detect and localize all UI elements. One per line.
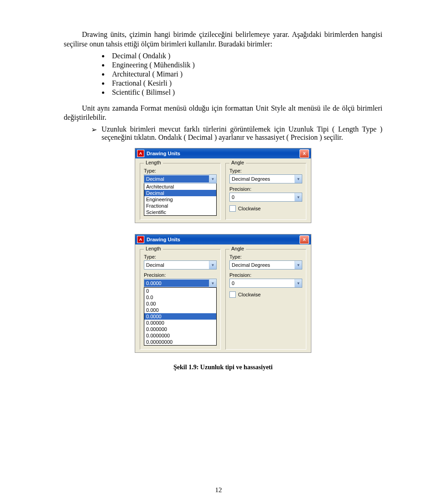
clockwise-label: Clockwise <box>238 206 261 211</box>
length-type-label: Type: <box>144 168 217 173</box>
bullet-fractional: Fractional ( Kesirli ) <box>109 79 382 87</box>
dialog-app-icon: A <box>137 236 144 243</box>
dialog-titlebar[interactable]: A Drawing Units X <box>135 234 311 244</box>
dialog-body: Length Type: Decimal ▼ Precision: 0.0000… <box>135 244 311 352</box>
clockwise-row[interactable]: Clockwise <box>229 205 302 212</box>
clockwise-checkbox[interactable] <box>229 291 236 298</box>
length-group: Length Type: Decimal ▼ Architectural Dec… <box>140 163 221 220</box>
groups-row: Length Type: Decimal ▼ Precision: 0.0000… <box>140 249 306 350</box>
bullet-engineering: Engineering ( Mühendislik ) <box>109 61 382 69</box>
length-type-label: Type: <box>144 254 217 260</box>
titlebar-left: A Drawing Units <box>137 236 180 243</box>
chevron-down-icon[interactable]: ▼ <box>295 175 302 183</box>
figure-caption: Şekil 1.9: Uzunluk tipi ve hassasiyeti <box>64 364 382 371</box>
precision-option-2[interactable]: 0.00 <box>144 300 216 307</box>
angle-type-label: Type: <box>229 254 302 260</box>
titlebar-left: A Drawing Units <box>137 150 180 157</box>
dialog-body: Length Type: Decimal ▼ Architectural Dec… <box>135 158 311 223</box>
dialog-title: Drawing Units <box>147 151 180 156</box>
precision-option-8[interactable]: 0.00000000 <box>144 339 216 345</box>
chevron-down-icon[interactable]: ▼ <box>209 175 216 183</box>
type-option-engineering[interactable]: Engineering <box>144 196 216 203</box>
chevron-down-icon[interactable]: ▼ <box>295 279 302 287</box>
page-number: 12 <box>0 486 437 494</box>
length-group-label: Length <box>144 160 163 165</box>
drawing-units-dialog-type: A Drawing Units X Length Type: Decimal ▼… <box>135 148 311 223</box>
dialog-titlebar[interactable]: A Drawing Units X <box>135 148 311 158</box>
angle-group: Angle Type: Decimal Degrees ▼ Precision:… <box>225 163 306 220</box>
angle-precision-select[interactable]: 0 ▼ <box>229 279 302 288</box>
page: Drawing ünits, çizimin hangi birimde çiz… <box>0 0 437 504</box>
angle-type-value: Decimal Degrees <box>230 262 295 268</box>
angle-precision-select[interactable]: 0 ▼ <box>229 193 302 202</box>
length-group-label: Length <box>144 246 163 251</box>
intro-paragraph: Drawing ünits, çizimin hangi birimde çiz… <box>64 30 382 49</box>
angle-type-select[interactable]: Decimal Degrees ▼ <box>229 260 302 270</box>
precision-option-7[interactable]: 0.0000000 <box>144 332 216 339</box>
clockwise-checkbox[interactable] <box>229 205 236 212</box>
dialog-app-icon: A <box>137 150 144 157</box>
precision-option-1[interactable]: 0.0 <box>144 294 216 300</box>
precision-option-0[interactable]: 0 <box>144 288 216 294</box>
angle-group-label: Angle <box>229 246 246 251</box>
groups-row: Length Type: Decimal ▼ Architectural Dec… <box>140 163 306 220</box>
bullet-decimal: Decimal ( Ondalık ) <box>109 52 382 60</box>
bullet-architectural: Architectural ( Mimari ) <box>109 70 382 78</box>
format-menu-paragraph: Unit aynı zamanda Format menüsü olduğu i… <box>64 104 382 123</box>
length-type-options[interactable]: Architectural Decimal Engineering Fracti… <box>144 183 217 216</box>
dialog-title: Drawing Units <box>147 237 180 242</box>
precision-option-6[interactable]: 0.000000 <box>144 326 216 332</box>
length-precision-options[interactable]: 0 0.0 0.00 0.000 0.0000 0.00000 0.000000… <box>144 287 217 346</box>
clockwise-row[interactable]: Clockwise <box>229 291 302 298</box>
length-type-value: Decimal <box>144 175 209 183</box>
angle-precision-label: Precision: <box>229 272 302 278</box>
angle-type-value: Decimal Degrees <box>230 176 295 182</box>
angle-type-label: Type: <box>229 168 302 173</box>
angle-precision-value: 0 <box>230 194 295 200</box>
length-precision-value: 0.0000 <box>144 280 209 287</box>
type-option-scientific[interactable]: Scientific <box>144 209 216 215</box>
precision-option-4[interactable]: 0.0000 <box>144 313 216 320</box>
instruction-list: ➢ Uzunluk birimleri mevcut farklı türler… <box>91 125 382 142</box>
length-type-value: Decimal <box>144 262 209 268</box>
type-option-architectural[interactable]: Architectural <box>144 183 216 190</box>
chevron-down-icon[interactable]: ▼ <box>209 261 216 269</box>
chevron-down-icon[interactable]: ▼ <box>295 261 302 269</box>
length-type-select[interactable]: Decimal ▼ <box>144 260 217 270</box>
length-group: Length Type: Decimal ▼ Precision: 0.0000… <box>140 249 221 350</box>
close-icon[interactable]: X <box>300 235 309 244</box>
angle-precision-label: Precision: <box>229 186 302 192</box>
bullet-scientific: Scientific ( Bilimsel ) <box>109 88 382 97</box>
length-type-select[interactable]: Decimal ▼ <box>144 174 217 183</box>
precision-option-3[interactable]: 0.000 <box>144 307 216 313</box>
arrow-icon: ➢ <box>91 125 97 134</box>
precision-option-5[interactable]: 0.00000 <box>144 320 216 326</box>
length-precision-label: Precision: <box>144 272 217 278</box>
close-icon[interactable]: X <box>300 149 309 158</box>
angle-precision-value: 0 <box>230 280 295 286</box>
instruction-text: Uzunluk birimleri mevcut farklı türlerin… <box>102 125 382 142</box>
angle-group: Angle Type: Decimal Degrees ▼ Precision:… <box>225 249 306 350</box>
instruction-item: ➢ Uzunluk birimleri mevcut farklı türler… <box>91 125 382 142</box>
angle-type-select[interactable]: Decimal Degrees ▼ <box>229 174 302 183</box>
chevron-down-icon[interactable]: ▼ <box>209 279 216 287</box>
units-bullet-list: Decimal ( Ondalık ) Engineering ( Mühend… <box>109 52 382 97</box>
drawing-units-dialog-precision: A Drawing Units X Length Type: Decimal ▼… <box>135 234 311 353</box>
angle-group-label: Angle <box>229 160 246 165</box>
type-option-fractional[interactable]: Fractional <box>144 203 216 209</box>
clockwise-label: Clockwise <box>238 292 261 297</box>
chevron-down-icon[interactable]: ▼ <box>295 193 302 201</box>
type-option-decimal[interactable]: Decimal <box>144 190 216 196</box>
length-precision-select[interactable]: 0.0000 ▼ <box>144 279 217 288</box>
